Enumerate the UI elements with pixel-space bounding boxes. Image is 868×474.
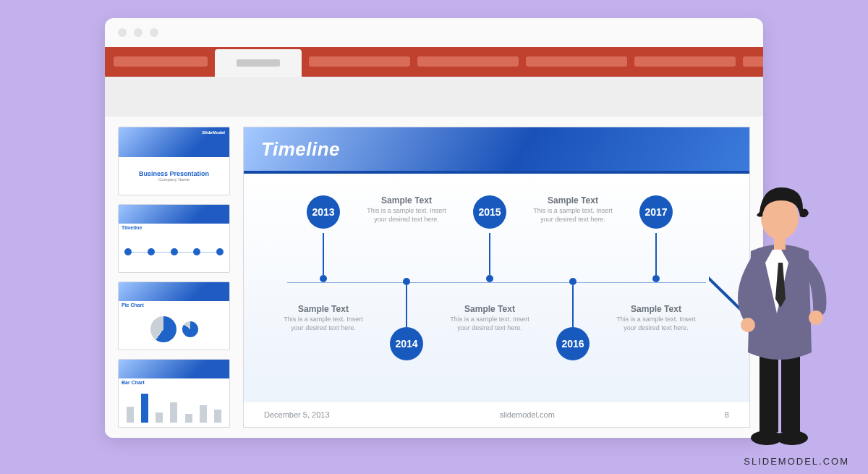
timeline-text-body: This is a sample text. Insert your desir…: [613, 316, 699, 332]
ribbon-tab[interactable]: [417, 56, 519, 67]
timeline-node: 2015: [446, 195, 533, 282]
footer-center: slidemodel.com: [499, 410, 554, 419]
ribbon-tab[interactable]: [309, 56, 410, 67]
slide-thumbnail[interactable]: Bar Chart: [118, 359, 230, 428]
ribbon-tab-active[interactable]: [215, 49, 302, 77]
timeline-text: Sample Text This is a sample text. Inser…: [280, 304, 367, 332]
timeline-text-heading: Sample Text: [446, 304, 533, 314]
ribbon-tab[interactable]: [743, 56, 763, 67]
timeline-text-body: This is a sample text. Insert your desir…: [529, 207, 616, 224]
ribbon-tab[interactable]: [114, 56, 208, 67]
pie-icon: [150, 316, 176, 342]
ribbon-tab-label-placeholder: [237, 59, 280, 67]
timeline-year: 2016: [556, 327, 590, 360]
slide-thumbnails-panel: SlideModel Business Presentation Company…: [118, 127, 230, 428]
timeline-year: 2015: [473, 195, 506, 229]
timeline-text: Sample Text This is a sample text. Inser…: [446, 304, 533, 332]
presenter-illustration: [709, 164, 839, 454]
ribbon-tab[interactable]: [526, 56, 627, 67]
timeline-text-heading: Sample Text: [613, 304, 699, 314]
powerpoint-window: SlideModel Business Presentation Company…: [105, 18, 763, 438]
timeline-text: Sample Text This is a sample text. Inser…: [529, 195, 616, 224]
slide-thumbnail[interactable]: Timeline: [118, 204, 230, 273]
slide-footer: December 5, 2013 slidemodel.com 8: [244, 402, 749, 427]
timeline-year: 2014: [390, 327, 423, 360]
ribbon-toolbar: [105, 77, 763, 117]
timeline-node: 2014: [363, 278, 450, 365]
timeline-node: 2016: [529, 278, 616, 365]
timeline-year: 2017: [639, 195, 673, 229]
timeline-text-body: This is a sample text. Insert your desir…: [363, 207, 450, 224]
editor-workspace: SlideModel Business Presentation Company…: [105, 117, 763, 438]
slide-thumbnail[interactable]: Pie Chart: [118, 282, 230, 350]
brand-badge: SlideModel: [202, 130, 225, 135]
timeline-text-heading: Sample Text: [529, 195, 616, 206]
ribbon-tab[interactable]: [634, 56, 736, 67]
timeline-text-heading: Sample Text: [280, 304, 367, 314]
timeline-nodes: 2013 Sample Text This is a sample text. …: [287, 195, 706, 373]
window-control-dot[interactable]: [134, 28, 142, 37]
pie-icon: [182, 321, 198, 337]
thumb-title: Business Presentation: [139, 170, 209, 177]
timeline-node: 2013: [280, 195, 367, 282]
slide-canvas[interactable]: Timeline 2013 Sample Text This is a samp…: [243, 127, 750, 428]
watermark: SLIDEMODEL.COM: [744, 456, 849, 467]
svg-point-5: [741, 318, 755, 332]
slide-header: Timeline: [244, 127, 749, 174]
slide-body: 2013 Sample Text This is a sample text. …: [244, 174, 749, 402]
window-control-dot[interactable]: [150, 28, 158, 37]
slide-title: Timeline: [261, 138, 340, 161]
timeline-node: 2017: [613, 195, 699, 282]
timeline-text: Sample Text This is a sample text. Inser…: [363, 195, 450, 224]
svg-point-6: [809, 310, 823, 325]
thumb-label: Timeline: [119, 224, 229, 232]
window-titlebar: [105, 18, 763, 47]
timeline-text-heading: Sample Text: [363, 195, 450, 206]
timeline-year: 2013: [307, 195, 340, 229]
ribbon-tabs: [105, 47, 763, 77]
timeline-text: Sample Text This is a sample text. Inser…: [613, 304, 699, 332]
timeline-text-body: This is a sample text. Insert your desir…: [280, 316, 367, 332]
thumb-label: Bar Chart: [119, 378, 229, 386]
thumb-label: Pie Chart: [119, 301, 229, 309]
window-control-dot[interactable]: [118, 28, 127, 37]
timeline-text-body: This is a sample text. Insert your desir…: [446, 316, 533, 332]
slide-thumbnail[interactable]: SlideModel Business Presentation Company…: [118, 127, 230, 195]
svg-point-4: [776, 431, 808, 445]
thumb-subtitle: Company Name: [158, 177, 190, 182]
footer-date: December 5, 2013: [264, 410, 330, 419]
